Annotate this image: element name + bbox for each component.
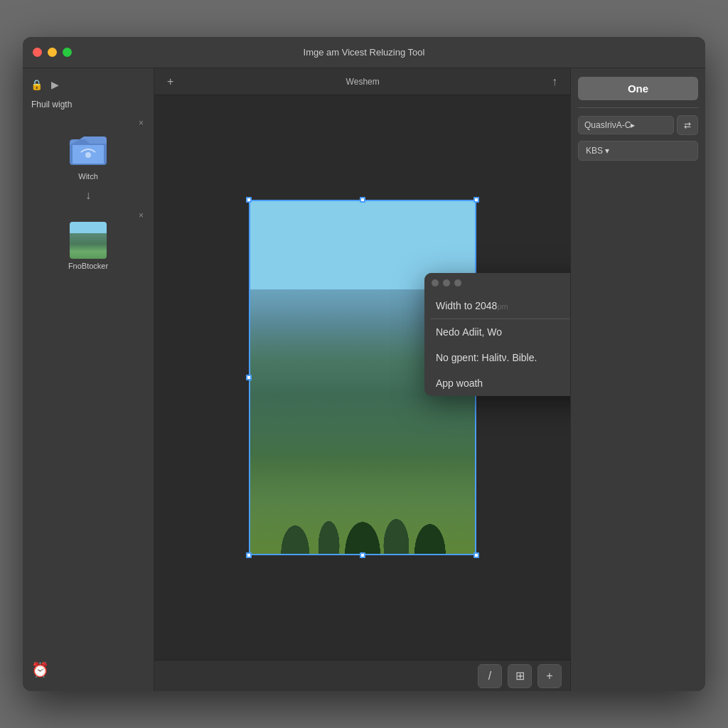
canvas-tab-label: Weshem (185, 77, 540, 87)
canvas-body: Width to 2048pm › Nedo Αdiit, Wo › No gp… (154, 95, 570, 660)
context-menu-item-app[interactable]: App woath › (424, 370, 570, 396)
select-row: QuasIriνA-C▸ ⇄ (578, 115, 698, 135)
close-fnobtocker-icon[interactable]: × (139, 210, 144, 220)
footer-grid-icon: ⊞ (515, 669, 525, 682)
svg-point-1 (85, 152, 91, 158)
handle-top-center[interactable] (360, 197, 365, 203)
cursor-button[interactable]: ↑ (547, 74, 562, 90)
handle-middle-left[interactable] (246, 375, 252, 380)
context-menu-item-nedo[interactable]: Nedo Αdiit, Wo › (424, 319, 570, 345)
ctx-min-btn[interactable] (443, 279, 450, 287)
fnobtocker-file-wrapper: FnoBtocker (68, 222, 108, 270)
witch-folder-icon (70, 129, 107, 169)
context-menu-item-width[interactable]: Width to 2048pm › (424, 293, 570, 318)
sidebar-item-witch[interactable]: × Witch (23, 112, 154, 186)
right-panel: One QuasIriνA-C▸ ⇄ KBS ▾ (570, 68, 705, 691)
alarm-icon[interactable]: ⏰ (31, 662, 49, 678)
footer-edit-icon: / (488, 670, 491, 682)
context-item-width-label: Width to 2048pm (436, 300, 508, 311)
context-menu-titlebar (424, 273, 570, 293)
handle-bottom-center[interactable] (360, 552, 365, 558)
context-item-app-label: App woath (436, 378, 483, 389)
kbs-button[interactable]: KBS ▾ (578, 141, 698, 161)
kbs-label: KBS ▾ (586, 146, 609, 156)
traffic-lights (33, 48, 72, 57)
thumbnail-image (70, 222, 107, 259)
handle-top-left[interactable] (246, 197, 252, 203)
canvas-toolbar: + Weshem ↑ (154, 68, 570, 95)
footer-add-icon: + (546, 670, 552, 682)
quality-select[interactable]: QuasIriνA-C▸ (578, 116, 674, 134)
tree-silhouettes (250, 395, 475, 554)
footer-add-btn[interactable]: + (537, 664, 562, 688)
ctx-close-btn[interactable] (432, 279, 439, 287)
witch-file-wrapper: Witch (70, 129, 107, 181)
ctx-max-btn[interactable] (454, 279, 461, 287)
sidebar-top-bar: 🔒 ▶ (23, 75, 154, 94)
one-button[interactable]: One (578, 77, 698, 100)
maximize-button[interactable] (63, 48, 72, 57)
handle-top-right[interactable] (473, 197, 479, 203)
witch-label: Witch (78, 172, 98, 181)
footer-grid-btn[interactable]: ⊞ (508, 664, 532, 688)
select-icon-button[interactable]: ⇄ (677, 115, 698, 135)
sidebar-label: Fhuil wigth (23, 97, 154, 112)
handle-bottom-right[interactable] (473, 552, 479, 558)
fnobtocker-label: FnoBtocker (68, 262, 108, 270)
main-content: 🔒 ▶ Fhuil wigth × (23, 68, 705, 691)
add-button[interactable]: + (163, 74, 178, 90)
fnobtocker-thumbnail (70, 222, 107, 259)
select-icon: ⇄ (684, 120, 691, 130)
handle-bottom-left[interactable] (246, 552, 252, 558)
titlebar: Imge am Vicest Reluzing Tool (23, 37, 705, 68)
arrow-down-icon[interactable]: ↓ (23, 186, 154, 205)
context-item-nogpent-label: No gpent: Halitν. Bible. (436, 352, 537, 363)
folder-svg (70, 132, 107, 166)
sidebar-bottom: ⏰ (23, 655, 154, 684)
sidebar: 🔒 ▶ Fhuil wigth × (23, 68, 154, 691)
app-window: Imge am Vicest Reluzing Tool 🔒 ▶ Fhuil w… (23, 37, 705, 691)
canvas-area: + Weshem ↑ (154, 68, 570, 691)
context-menu-item-nogpent[interactable]: No gpent: Halitν. Bible. › (424, 345, 570, 370)
sidebar-item-fnobtocker[interactable]: × FnoBtocker (23, 205, 154, 276)
close-witch-icon[interactable]: × (139, 118, 144, 128)
window-title: Imge am Vicest Reluzing Tool (304, 47, 425, 58)
close-button[interactable] (33, 48, 42, 57)
minimize-button[interactable] (48, 48, 57, 57)
context-menu: Width to 2048pm › Nedo Αdiit, Wo › No gp… (424, 273, 570, 396)
footer-edit-btn[interactable]: / (478, 664, 502, 688)
lock-icon[interactable]: 🔒 (30, 78, 43, 91)
quality-select-label: QuasIriνA-C▸ (584, 120, 635, 130)
divider-1 (578, 107, 698, 108)
play-icon[interactable]: ▶ (48, 78, 61, 91)
context-item-nedo-label: Nedo Αdiit, Wo (436, 326, 502, 338)
canvas-footer: / ⊞ + (154, 660, 570, 691)
